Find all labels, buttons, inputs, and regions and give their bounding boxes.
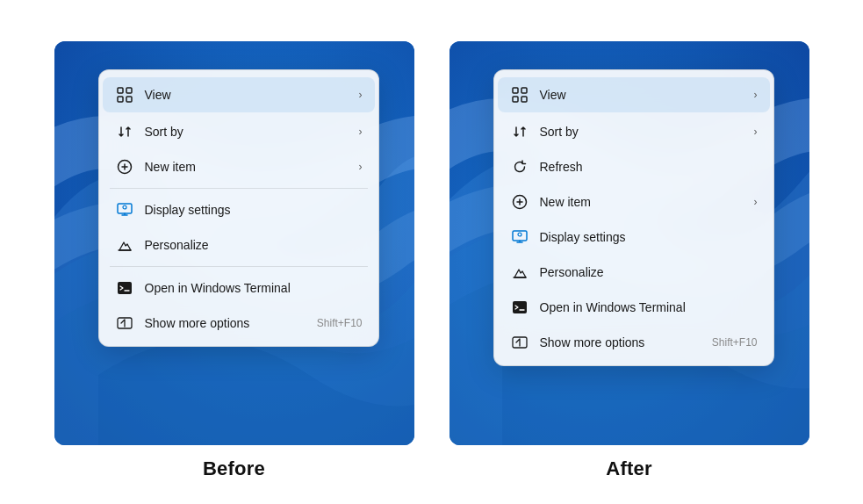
after-refresh-label: Refresh [540,160,758,174]
before-menu-display[interactable]: Display settings [99,192,378,227]
after-menu-personalize[interactable]: Personalize [494,255,773,290]
after-more-shortcut: Shift+F10 [712,336,758,349]
personalize-icon [115,235,134,255]
after-personalize-label: Personalize [540,265,758,279]
svg-rect-4 [126,97,132,102]
refresh-icon [510,157,529,176]
before-new-label: New item [145,160,359,174]
new-chevron: › [359,161,363,173]
after-menu-display[interactable]: Display settings [494,220,773,255]
new-icon [115,157,134,176]
before-desktop: View › Sort by › [54,41,414,445]
before-label: Before [203,457,265,480]
more-icon [115,313,134,333]
svg-rect-3 [118,97,123,102]
before-menu-sort[interactable]: Sort by › [99,114,378,149]
before-view-label: View [145,88,359,102]
after-menu-more[interactable]: Show more options Shift+F10 [494,325,773,360]
after-menu-wrapper: View › Sort by › [493,69,774,366]
after-new-icon [510,192,529,212]
before-divider-1 [110,188,368,189]
after-panel: View › Sort by › [449,41,809,480]
before-divider-2 [110,266,368,267]
after-personalize-icon [510,263,529,282]
after-menu-sort[interactable]: Sort by › [494,114,773,149]
sort-icon [115,122,134,141]
after-more-label: Show more options [540,335,712,349]
after-sort-icon [510,122,529,141]
after-sort-label: Sort by [540,125,754,139]
before-display-label: Display settings [145,203,363,217]
svg-rect-7 [118,282,132,294]
before-menu-view[interactable]: View › [103,77,375,112]
before-menu-wrapper: View › Sort by › [98,69,379,347]
after-sort-chevron: › [754,126,758,138]
view-chevron: › [359,89,363,101]
before-sort-label: Sort by [145,125,359,139]
after-display-icon [510,227,529,247]
after-new-chevron: › [754,196,758,208]
after-terminal-icon [510,298,529,317]
view-icon [115,85,134,104]
svg-rect-13 [521,97,527,102]
before-panel: View › Sort by › [54,41,414,480]
comparison-row: View › Sort by › [37,24,827,480]
after-terminal-label: Open in Windows Terminal [540,300,758,314]
terminal-icon [115,278,134,298]
before-menu-new[interactable]: New item › [99,149,378,184]
sort-chevron: › [359,126,363,138]
before-more-label: Show more options [145,316,317,330]
before-menu-more[interactable]: Show more options Shift+F10 [99,306,378,341]
before-terminal-label: Open in Windows Terminal [145,281,363,295]
svg-rect-12 [513,97,518,102]
before-more-shortcut: Shift+F10 [317,317,363,329]
svg-rect-10 [513,88,518,93]
svg-rect-11 [521,88,527,93]
before-context-menu[interactable]: View › Sort by › [98,69,379,347]
after-context-menu[interactable]: View › Sort by › [493,69,774,366]
after-menu-view[interactable]: View › [498,77,770,112]
after-menu-terminal[interactable]: Open in Windows Terminal [494,290,773,325]
before-menu-terminal[interactable]: Open in Windows Terminal [99,270,378,306]
after-view-icon [510,85,529,104]
after-desktop: View › Sort by › [449,41,809,445]
svg-rect-16 [513,301,527,313]
after-display-label: Display settings [540,230,758,244]
after-view-label: View [540,88,754,102]
after-new-label: New item [540,195,754,209]
svg-rect-1 [118,88,123,93]
after-view-chevron: › [754,89,758,101]
before-menu-personalize[interactable]: Personalize [99,227,378,263]
after-menu-refresh[interactable]: Refresh [494,149,773,184]
before-personalize-label: Personalize [145,238,363,252]
svg-rect-2 [126,88,132,93]
display-icon [115,200,134,220]
after-more-icon [510,333,529,352]
after-label: After [606,457,651,480]
after-menu-new[interactable]: New item › [494,184,773,220]
